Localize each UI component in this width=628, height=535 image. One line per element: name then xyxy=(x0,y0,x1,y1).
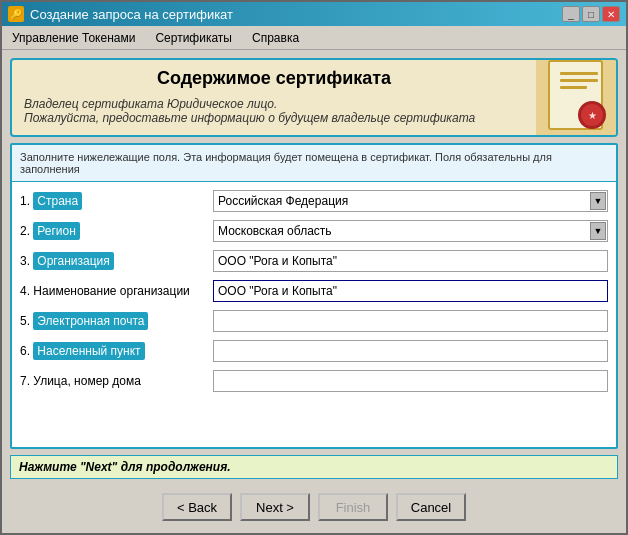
cancel-button[interactable]: Cancel xyxy=(396,493,466,521)
field-label-street: 7. Улица, номер дома xyxy=(20,374,205,388)
field-number-1: 1. xyxy=(20,194,33,208)
button-bar: < Back Next > Finish Cancel xyxy=(10,485,618,525)
field-label-region-text: Регион xyxy=(33,222,80,240)
country-select[interactable]: Российская Федерация xyxy=(213,190,608,212)
cert-line-1 xyxy=(560,72,598,75)
field-number-5: 5. xyxy=(20,314,33,328)
back-button[interactable]: < Back xyxy=(162,493,232,521)
cert-seal: ★ xyxy=(578,101,606,129)
title-bar-left: 🔑 Создание запроса на сертификат xyxy=(8,6,233,22)
field-row-region: 2. Регион Московская область ▼ xyxy=(20,218,608,244)
field-row-org: 3. Организация xyxy=(20,248,608,274)
form-header-text: Заполните нижележащие поля. Эта информац… xyxy=(20,151,552,175)
form-header: Заполните нижележащие поля. Эта информац… xyxy=(12,145,616,182)
field-label-country: 1. Страна xyxy=(20,194,205,208)
field-label-orgname-text: Наименование организации xyxy=(33,284,189,298)
form-fields: 1. Страна Российская Федерация ▼ 2. Реги… xyxy=(12,182,616,400)
close-button[interactable]: ✕ xyxy=(602,6,620,22)
field-label-city: 6. Населенный пункт xyxy=(20,344,205,358)
header-desc-line2: Пожалуйста, предоставьте информацию о бу… xyxy=(24,111,475,125)
form-section: Заполните нижележащие поля. Эта информац… xyxy=(10,143,618,449)
menu-bar: Управление Токенами Сертификаты Справка xyxy=(2,26,626,50)
field-label-country-text: Страна xyxy=(33,192,82,210)
field-label-city-text: Населенный пункт xyxy=(33,342,144,360)
field-row-email: 5. Электронная почта xyxy=(20,308,608,334)
field-label-email: 5. Электронная почта xyxy=(20,314,205,328)
field-label-org: 3. Организация xyxy=(20,254,205,268)
cert-lines xyxy=(560,72,598,93)
cert-line-2 xyxy=(560,79,598,82)
field-number-3: 3. xyxy=(20,254,33,268)
header-desc-line1: Владелец сертификата Юридическое лицо. xyxy=(24,97,277,111)
menu-certificates[interactable]: Сертификаты xyxy=(151,29,236,47)
cert-line-3 xyxy=(560,86,587,89)
menu-tokens[interactable]: Управление Токенами xyxy=(8,29,139,47)
main-content: Содержимое сертификата Владелец сертифик… xyxy=(2,50,626,533)
field-number-7: 7. xyxy=(20,374,33,388)
street-input[interactable] xyxy=(213,370,608,392)
window-title: Создание запроса на сертификат xyxy=(30,7,233,22)
field-row-orgname: 4. Наименование организации xyxy=(20,278,608,304)
status-bar: Нажмите "Next" для продолжения. xyxy=(10,455,618,479)
field-label-street-text: Улица, номер дома xyxy=(33,374,141,388)
minimize-button[interactable]: _ xyxy=(562,6,580,22)
field-label-region: 2. Регион xyxy=(20,224,205,238)
field-row-city: 6. Населенный пункт xyxy=(20,338,608,364)
app-icon: 🔑 xyxy=(8,6,24,22)
header-title: Содержимое сертификата xyxy=(24,68,524,89)
finish-button[interactable]: Finish xyxy=(318,493,388,521)
field-select-wrapper-region: Московская область ▼ xyxy=(213,220,608,242)
field-row-street: 7. Улица, номер дома xyxy=(20,368,608,394)
field-number-4: 4. xyxy=(20,284,33,298)
main-window: 🔑 Создание запроса на сертификат _ □ ✕ У… xyxy=(0,0,628,535)
org-input[interactable] xyxy=(213,250,608,272)
field-label-org-text: Организация xyxy=(33,252,113,270)
region-select[interactable]: Московская область xyxy=(213,220,608,242)
title-bar: 🔑 Создание запроса на сертификат _ □ ✕ xyxy=(2,2,626,26)
field-row-country: 1. Страна Российская Федерация ▼ xyxy=(20,188,608,214)
next-button[interactable]: Next > xyxy=(240,493,310,521)
header-content: Содержимое сертификата Владелец сертифик… xyxy=(12,60,536,135)
orgname-input[interactable] xyxy=(213,280,608,302)
field-label-email-text: Электронная почта xyxy=(33,312,148,330)
email-input[interactable] xyxy=(213,310,608,332)
field-number-6: 6. xyxy=(20,344,33,358)
field-select-wrapper-country: Российская Федерация ▼ xyxy=(213,190,608,212)
field-label-orgname: 4. Наименование организации xyxy=(20,284,205,298)
status-text: Нажмите "Next" для продолжения. xyxy=(19,460,231,474)
header-image: ★ xyxy=(536,60,616,135)
title-controls: _ □ ✕ xyxy=(562,6,620,22)
header-desc: Владелец сертификата Юридическое лицо. П… xyxy=(24,97,524,125)
city-input[interactable] xyxy=(213,340,608,362)
header-section: Содержимое сертификата Владелец сертифик… xyxy=(10,58,618,137)
certificate-icon: ★ xyxy=(546,60,606,135)
menu-help[interactable]: Справка xyxy=(248,29,303,47)
field-number-2: 2. xyxy=(20,224,33,238)
maximize-button[interactable]: □ xyxy=(582,6,600,22)
